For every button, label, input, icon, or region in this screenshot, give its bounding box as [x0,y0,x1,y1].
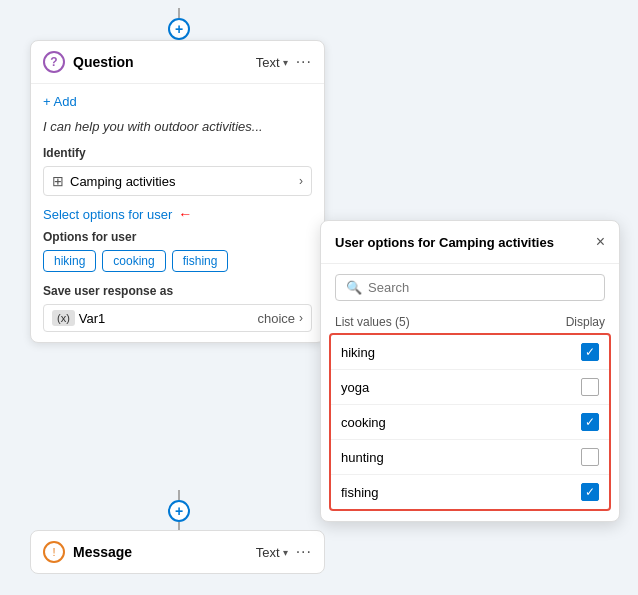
add-step-bottom[interactable]: + [168,500,190,522]
card-body: + Add I can help you with outdoor activi… [31,84,324,342]
tag-list: hiking cooking fishing [43,250,312,272]
grid-icon: ⊞ [52,173,64,189]
tag-fishing[interactable]: fishing [172,250,229,272]
message-preview: I can help you with outdoor activities..… [43,119,312,134]
list-item: fishing [331,475,609,509]
tag-hiking[interactable]: hiking [43,250,96,272]
message-title: Message [73,544,248,560]
message-more-options-button[interactable]: ··· [296,543,312,561]
question-icon: ? [43,51,65,73]
save-label: Save user response as [43,284,312,298]
list-item: hiking [331,335,609,370]
option-name: hunting [341,450,573,465]
list-header: List values (5) Display [321,311,619,333]
connector-line-bottom1 [178,490,180,500]
option-checkbox[interactable] [581,448,599,466]
option-name: yoga [341,380,573,395]
search-input[interactable] [368,280,594,295]
tag-cooking[interactable]: cooking [102,250,165,272]
popup-title: User options for Camping activities [335,235,588,250]
option-name: hiking [341,345,573,360]
message-icon: ! [43,541,65,563]
search-icon: 🔍 [346,280,362,295]
type-dropdown[interactable]: Text ▾ [256,55,288,70]
list-item: yoga [331,370,609,405]
option-checkbox[interactable] [581,378,599,396]
option-checkbox[interactable] [581,483,599,501]
add-step-top[interactable]: + [168,18,190,40]
list-item: cooking [331,405,609,440]
list-item: hunting [331,440,609,475]
list-count-label: List values (5) [335,315,566,329]
save-row-chevron-icon: › [299,311,303,325]
message-type-dropdown[interactable]: Text ▾ [256,545,288,560]
identify-label: Identify [43,146,312,160]
add-button[interactable]: + Add [43,94,312,109]
card-header: ? Question Text ▾ ··· [31,41,324,84]
more-options-button[interactable]: ··· [296,53,312,71]
card-title: Question [73,54,248,70]
save-row[interactable]: (x) Var1 choice › [43,304,312,332]
identify-row[interactable]: ⊞ Camping activities › [43,166,312,196]
identify-chevron-icon: › [299,174,303,188]
message-chevron-down-icon: ▾ [283,547,288,558]
popup-header: User options for Camping activities × [321,221,619,264]
identify-value: Camping activities [70,174,293,189]
search-box[interactable]: 🔍 [335,274,605,301]
option-checkbox[interactable] [581,343,599,361]
option-checkbox[interactable] [581,413,599,431]
option-name: fishing [341,485,573,500]
options-list: hikingyogacookinghuntingfishing [329,333,611,511]
message-card: ! Message Text ▾ ··· [30,530,325,574]
var-badge: (x) [52,310,75,326]
options-label: Options for user [43,230,312,244]
chevron-down-icon: ▾ [283,57,288,68]
option-name: cooking [341,415,573,430]
select-options-link[interactable]: Select options for user ← [43,206,312,222]
bottom-connector: + [168,490,190,532]
popup-panel: User options for Camping activities × 🔍 … [320,220,620,522]
arrow-left-red-icon: ← [178,206,192,222]
choice-label: choice [257,311,295,326]
popup-close-button[interactable]: × [596,233,605,251]
connector-line-top [178,8,180,18]
display-label: Display [566,315,605,329]
question-card: ? Question Text ▾ ··· + Add I can help y… [30,40,325,343]
var-name: Var1 [79,311,254,326]
